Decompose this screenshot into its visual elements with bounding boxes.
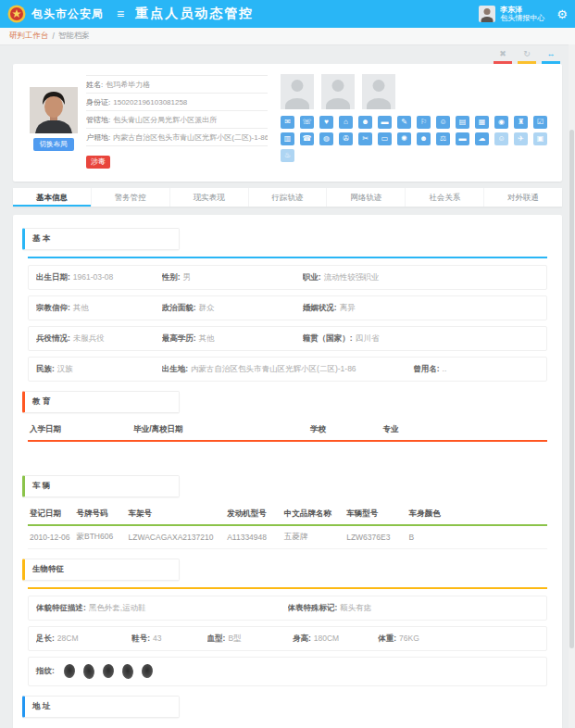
- fingerprint-image: [63, 664, 75, 679]
- section-biometrics: 生物特征 体貌特征描述:黑色外套,运动鞋 体表特殊标记:额头有痣 足长:28CM…: [22, 559, 553, 686]
- scrollbar-thumb[interactable]: [569, 130, 574, 648]
- police-car-icon[interactable]: ⚖: [436, 132, 450, 145]
- table-header-row: 入学日期 毕业/离校日期 学校 专业: [28, 420, 547, 441]
- photo-placeholder[interactable]: [321, 74, 355, 109]
- profile-tabs: 基本信息 警务管控 现实表现 行踪轨迹 网络轨迹 社会关系 对外联通: [13, 188, 562, 207]
- col-address-type: 类型: [28, 724, 101, 728]
- tab[interactable]: 现实表现: [170, 188, 249, 207]
- field-gender: 性别:男: [162, 272, 303, 282]
- education-table: 入学日期 毕业/离校日期 学校 专业: [28, 420, 547, 466]
- refresh-icon[interactable]: ↻: [518, 48, 536, 64]
- settings-gear-icon[interactable]: ⚙: [556, 7, 568, 21]
- action-icon-grid: ✉ ☏ ♥ ⌂ ☻ ▬ ✎ ⚐: [281, 116, 555, 166]
- cloud-icon[interactable]: ☁: [475, 132, 489, 145]
- document-icon[interactable]: ▤: [456, 116, 469, 129]
- group-icon[interactable]: ☻: [358, 116, 372, 129]
- field-id-number: 身份证:150202196103081258: [86, 94, 268, 111]
- section-vehicle-title: 车 辆: [22, 475, 180, 497]
- page: 包头市公安局 ≡ 重点人员动态管控 李东泽 包头情报中心 ⚙ 研判工作台 / 智…: [0, 0, 575, 728]
- section-education: 教 育 入学日期 毕业/离校日期 学校 专业: [22, 391, 553, 466]
- user-avatar[interactable]: [479, 6, 495, 22]
- table-header-row: 登记日期 号牌号码 车架号 发动机型号 中文品牌名称 车辆型号 车身颜色: [28, 504, 547, 525]
- basic-accent-rule: [28, 257, 547, 258]
- education-icon[interactable]: ✎: [397, 116, 411, 129]
- field-jurisdiction: 管辖地:包头青山区分局光辉小区派出所: [86, 111, 268, 129]
- phone-call-icon[interactable]: ☏: [300, 116, 314, 129]
- fingerprint-image: [141, 664, 153, 679]
- col-address: 地址: [101, 724, 547, 728]
- tag-icon[interactable]: ✂: [358, 132, 372, 145]
- tab[interactable]: 网络轨迹: [327, 188, 406, 207]
- plane-light-icon[interactable]: ✈: [514, 132, 528, 145]
- col-vehicle-model: 车辆型号: [344, 504, 406, 525]
- person-light-icon[interactable]: ☺: [494, 132, 508, 145]
- profile-right-column: ✉ ☏ ♥ ⌂ ☻ ▬ ✎ ⚐: [268, 72, 555, 173]
- col-vin: 车架号: [127, 504, 226, 525]
- tab[interactable]: 行踪轨迹: [249, 188, 328, 207]
- tab[interactable]: 对外联通: [484, 188, 562, 207]
- col-plate-number: 号牌号码: [74, 504, 126, 525]
- tab[interactable]: 警务管控: [92, 188, 170, 207]
- col-register-date: 登记日期: [28, 504, 74, 525]
- col-major: 专业: [381, 420, 547, 441]
- breadcrumb: 研判工作台 / 智能档案: [0, 28, 575, 45]
- basic-row: 宗教信仰:其他 政治面貌:群众 婚姻状况:离异: [28, 295, 547, 320]
- field-birth-place: 出生地:内蒙古自治区包头市青山区光辉小区(二区)-1-86: [162, 364, 414, 374]
- col-school: 学校: [308, 420, 381, 441]
- table-header-row: 类型 地址: [28, 724, 547, 728]
- wifi-icon[interactable]: ◉: [494, 116, 508, 129]
- detail-card: 基 本 出生日期:1961-03-08 性别:男 职业:流动性较强职业 宗教信仰…: [13, 215, 562, 728]
- idcard-icon[interactable]: ▥: [281, 132, 294, 145]
- page-title: 重点人员动态管控: [135, 6, 254, 22]
- main-content: ✖ ↻ ↔ 切换布局 姓名:包玛希毕力格 身份证:150: [0, 45, 575, 728]
- table-row: 2010-12-06 蒙BTH606 LZWACAGAXA2137210 A11…: [28, 525, 547, 549]
- bed-icon[interactable]: ▭: [378, 132, 392, 145]
- switch-layout-button[interactable]: 切换布局: [33, 138, 74, 151]
- car-icon[interactable]: ⚐: [417, 116, 431, 129]
- field-foot-length: 足长:28CM: [36, 634, 131, 644]
- photo-placeholders: [281, 74, 555, 109]
- app-title: 包头市公安局: [31, 6, 104, 22]
- photo-column: 切换布局: [20, 72, 86, 173]
- drug-involvement-badge: 涉毒: [86, 156, 110, 169]
- telephone-icon[interactable]: ☎: [300, 132, 314, 145]
- field-native-place: 籍贯（国家）:四川省: [303, 333, 539, 344]
- breadcrumb-parent-link[interactable]: 研判工作台: [9, 31, 49, 42]
- image-icon[interactable]: ▦: [475, 116, 489, 129]
- menu-icon[interactable]: ≡: [117, 6, 124, 21]
- check-icon[interactable]: ☑: [533, 116, 547, 129]
- section-basic-title: 基 本: [22, 228, 180, 250]
- field-shoe-size: 鞋号:43: [131, 634, 206, 644]
- collapse-icon[interactable]: ↔: [542, 48, 560, 64]
- app-header: 包头市公安局 ≡ 重点人员动态管控 李东泽 包头情报中心 ⚙: [0, 0, 575, 28]
- bio-accent-rule: [28, 587, 547, 589]
- creditcard-icon[interactable]: ▬: [456, 132, 469, 145]
- heart-icon[interactable]: ♥: [319, 116, 333, 129]
- breadcrumb-separator: /: [53, 31, 55, 41]
- photo-placeholder[interactable]: [281, 74, 314, 109]
- tab[interactable]: 社会关系: [406, 188, 484, 207]
- tab[interactable]: 基本信息: [13, 188, 92, 207]
- fingerprint-image: [121, 663, 134, 679]
- chat-icon[interactable]: ✉: [281, 116, 294, 129]
- taxi-icon[interactable]: ✇: [339, 132, 353, 145]
- scrollbar-track[interactable]: [569, 44, 575, 728]
- field-marital-status: 婚姻状况:离异: [303, 303, 539, 313]
- bank-icon[interactable]: ♜: [514, 116, 528, 129]
- col-engine-model: 发动机型号: [225, 504, 282, 525]
- gear-icon[interactable]: ✺: [397, 132, 411, 145]
- photo-placeholder[interactable]: [362, 74, 395, 109]
- home-icon[interactable]: ⌂: [339, 116, 353, 129]
- fullscreen-icon[interactable]: ✖: [494, 48, 512, 64]
- bus-light-icon[interactable]: ▣: [533, 132, 547, 145]
- person-icon[interactable]: ☺: [436, 116, 450, 129]
- col-body-color: 车身颜色: [406, 504, 547, 525]
- rss-icon[interactable]: ◍: [319, 132, 333, 145]
- hotel-icon[interactable]: ▬: [378, 116, 392, 129]
- id-photo[interactable]: [30, 87, 78, 133]
- train-light-icon[interactable]: ♨: [281, 149, 294, 162]
- profile-card: 切换布局 姓名:包玛希毕力格 身份证:150202196103081258 管辖…: [13, 64, 562, 182]
- basic-row: 兵役情况:未服兵役 最高学历:其他 籍贯（国家）:四川省: [28, 326, 547, 351]
- user-icon[interactable]: ☻: [417, 132, 431, 145]
- fingerprint-image: [102, 664, 114, 679]
